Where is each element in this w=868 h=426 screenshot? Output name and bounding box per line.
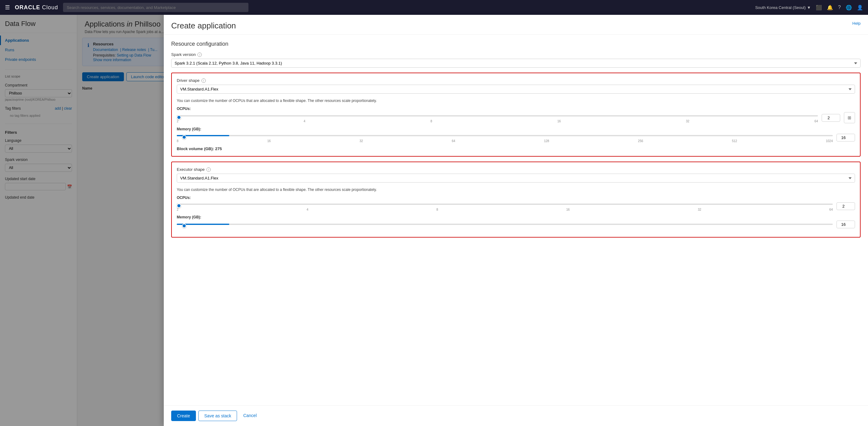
driver-shape-label: Driver shape i [177, 78, 855, 83]
driver-ocpu-range[interactable] [177, 115, 818, 117]
executor-shape-box: Executor shape i VM.Standard.A1.Flex VM.… [171, 162, 861, 237]
driver-flex-info: You can customize the number of OCPUs th… [177, 99, 855, 103]
region-selector[interactable]: South Korea Central (Seoul) ▼ [755, 5, 811, 10]
hamburger-icon[interactable]: ☰ [5, 4, 10, 11]
spark-version-info-icon[interactable]: i [197, 53, 202, 57]
cancel-button[interactable]: Cancel [240, 411, 260, 421]
driver-ocpu-label: OCPUs: [177, 106, 855, 111]
executor-memory-slider-section: Memory (GB): [177, 215, 855, 228]
help-icon[interactable]: ? [838, 5, 841, 10]
executor-ocpu-value-input[interactable] [836, 202, 855, 210]
top-nav: ☰ ORACLE Cloud South Korea Central (Seou… [0, 0, 868, 15]
driver-shape-field: Driver shape i VM.Standard.A1.Flex VM.St… [177, 78, 855, 94]
executor-shape-select[interactable]: VM.Standard.A1.Flex VM.Standard.E4.Flex [177, 174, 855, 183]
executor-ocpu-range[interactable] [177, 204, 833, 205]
cloud-shell-icon[interactable]: ⬛ [816, 5, 822, 10]
globe-icon[interactable]: 🌐 [846, 5, 852, 10]
driver-memory-label: Memory (GB): [177, 127, 855, 131]
modal-body: Resource configuration Spark version i S… [164, 35, 868, 405]
driver-ocpu-grid-button[interactable]: ⊞ [844, 112, 855, 123]
oracle-logo: ORACLE Cloud [15, 4, 58, 11]
modal-help-link[interactable]: Help [852, 21, 861, 26]
driver-ocpu-slider-section: OCPUs: 248163264 [177, 106, 855, 123]
block-volume-label: Block volume (GB): 275 [177, 146, 855, 151]
main-layout: Data Flow Applications Runs Private endp… [0, 0, 868, 426]
modal-header: Create application Help [164, 15, 868, 35]
nav-right: South Korea Central (Seoul) ▼ ⬛ 🔔 ? 🌐 👤 [755, 5, 863, 10]
executor-flex-info: You can customize the number of OCPUs th… [177, 188, 855, 192]
profile-icon[interactable]: 👤 [857, 5, 863, 10]
spark-version-select[interactable]: Spark 3.2.1 (Scala 2.12, Python 3.8, Jav… [171, 59, 861, 68]
driver-memory-range[interactable] [177, 135, 833, 136]
spark-version-field: Spark version i Spark 3.2.1 (Scala 2.12,… [171, 52, 861, 68]
driver-shape-select[interactable]: VM.Standard.A1.Flex VM.Standard.E4.Flex [177, 85, 855, 94]
spark-version-label: Spark version i [171, 52, 861, 57]
executor-shape-label: Executor shape i [177, 167, 855, 172]
modal-panel: Create application Help Resource configu… [164, 15, 868, 426]
notification-icon[interactable]: 🔔 [827, 5, 833, 10]
driver-ocpu-markers: 248163264 [177, 120, 818, 123]
resource-config-section-title: Resource configuration [171, 41, 861, 47]
executor-ocpu-slider-section: OCPUs: 248163264 [177, 196, 855, 211]
save-as-stack-button[interactable]: Save as stack [198, 411, 237, 421]
driver-shape-box: Driver shape i VM.Standard.A1.Flex VM.St… [171, 73, 861, 157]
driver-memory-slider-section: Memory (GB): 81632641282565121024 [177, 127, 855, 143]
executor-shape-field: Executor shape i VM.Standard.A1.Flex VM.… [177, 167, 855, 183]
executor-ocpu-markers: 248163264 [177, 208, 833, 211]
modal-footer: Create Save as stack Cancel [164, 405, 868, 426]
executor-shape-info-icon[interactable]: i [207, 167, 211, 172]
create-button[interactable]: Create [171, 411, 196, 421]
region-arrow-icon: ▼ [807, 5, 811, 10]
executor-memory-range[interactable] [177, 224, 833, 225]
executor-ocpu-label: OCPUs: [177, 196, 855, 200]
driver-memory-value-input[interactable] [836, 134, 855, 141]
global-search-input[interactable] [63, 3, 248, 12]
driver-ocpu-value-input[interactable] [822, 114, 840, 122]
driver-shape-info-icon[interactable]: i [202, 78, 206, 83]
executor-memory-label: Memory (GB): [177, 215, 855, 219]
driver-memory-markers: 81632641282565121024 [177, 139, 833, 143]
modal-overlay: Create application Help Resource configu… [0, 15, 868, 426]
executor-memory-value-input[interactable] [836, 221, 855, 228]
modal-title: Create application [171, 21, 236, 31]
